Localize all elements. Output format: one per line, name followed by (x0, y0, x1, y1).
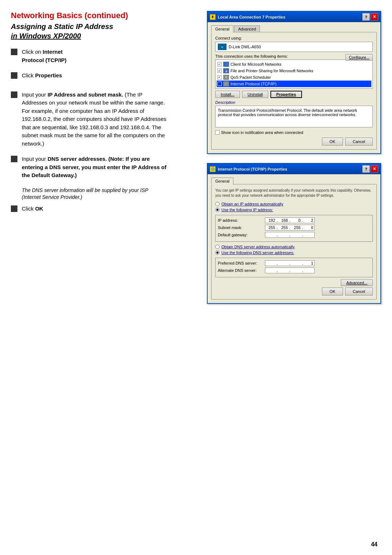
gateway-label: Default gateway: (218, 233, 265, 237)
radio-manual-ip-row: Use the following IP address: (215, 207, 373, 213)
gateway-octet-1[interactable] (265, 232, 276, 237)
description-text: Transmission Control Protocol/Internet P… (218, 108, 357, 117)
dns-fields-section: Preferred DNS server: . . . Alte (215, 258, 373, 277)
notification-text: Show icon in notification area when conn… (221, 130, 303, 135)
gateway-octet-2[interactable] (278, 232, 289, 237)
bullet-item-2: Click Properties (11, 72, 167, 80)
ip-octet-3[interactable] (291, 218, 302, 223)
item-row-3: ⚙ QoS Packet Scheduler (217, 74, 371, 81)
bullet-text-1: Click on InternetProtocol (TCP/IP) (22, 48, 167, 64)
subnet-octet-2[interactable] (278, 225, 289, 230)
radio-manual-ip[interactable] (215, 208, 220, 212)
checkbox-4[interactable] (217, 82, 222, 86)
ip-octet-1[interactable] (265, 218, 276, 223)
tab2-general[interactable]: General (211, 177, 233, 185)
item-icon-3: ⚙ (223, 75, 229, 80)
radio-manual-dns[interactable] (215, 250, 220, 255)
main-title: Networking Basics (continued) (11, 11, 167, 20)
dialog-tcpip-properties: 🌐 Internet Protocol (TCP/IP) Properties … (207, 163, 381, 304)
notification-checkbox[interactable] (215, 130, 220, 135)
advanced-button[interactable]: Advanced... (341, 279, 373, 286)
checkbox-1[interactable] (217, 62, 222, 66)
help-button-2[interactable]: ? (362, 165, 370, 173)
uninstall-button[interactable]: Uninstall (242, 91, 268, 98)
ip-radio-group: Obtain an IP address automatically Use t… (215, 201, 373, 213)
pdns-octet-1[interactable] (265, 261, 276, 266)
alternate-dns-label: Alternate DNS server: (218, 268, 265, 273)
ok-button-dialog2[interactable]: OK (322, 287, 343, 295)
connect-using-row: ▪▪ D-Link DWL-A650 (215, 42, 373, 52)
properties-button[interactable]: Properties (270, 91, 302, 98)
subnet-octet-1[interactable] (265, 225, 276, 230)
pdns-octet-2[interactable] (278, 261, 289, 266)
subnet-octet-3[interactable] (291, 225, 302, 230)
titlebar-left: ⬆ Local Area Connection 7 Properties (210, 14, 285, 20)
pdns-octet-3[interactable] (291, 261, 302, 266)
adns-octet-4[interactable] (303, 268, 314, 273)
radio-auto-dns-row: Obtain DNS server address automatically (215, 244, 373, 250)
gateway-octet-4[interactable] (303, 232, 314, 237)
configure-button[interactable]: Configure... (346, 54, 373, 61)
item-label-2: File and Printer Sharing for Microsoft N… (230, 69, 313, 73)
close-button[interactable]: ✕ (371, 13, 378, 21)
subnet-mask-label: Subnet mask: (218, 225, 265, 230)
description-box: Transmission Control Protocol/Internet P… (215, 106, 373, 127)
dialog1-btn-row: Install... Uninstall Properties (215, 91, 373, 98)
gateway-row: Default gateway: . . . (218, 232, 370, 238)
adns-octet-2[interactable] (278, 268, 289, 273)
checkbox-3[interactable] (217, 75, 222, 79)
device-name: D-Link DWL-A650 (229, 45, 261, 49)
ip-octet-2[interactable] (278, 218, 289, 223)
dialog1-title: Local Area Connection 7 Properties (218, 15, 285, 19)
item-row-1: 👥 Client for Microsoft Networks (217, 61, 371, 68)
radio-auto-ip[interactable] (215, 202, 220, 206)
bullet-icon-3 (11, 91, 17, 98)
checkbox-2[interactable] (217, 69, 222, 73)
left-panel: Networking Basics (continued) Assigning … (11, 11, 167, 220)
bullet-item-4: Input your DNS server addresses. (Note: … (11, 155, 167, 180)
item-label-3: QoS Packet Scheduler (230, 75, 271, 79)
install-button[interactable]: Install... (215, 91, 240, 98)
ip-address-label: IP address: (218, 218, 265, 223)
help-button[interactable]: ? (362, 13, 370, 21)
subnet-octet-4[interactable] (303, 225, 314, 230)
dialog2-body: General You can get IP settings assigned… (208, 174, 380, 303)
radio-auto-ip-row: Obtain an IP address automatically (215, 201, 373, 207)
gateway-octet-3[interactable] (291, 232, 302, 237)
bullet-text-2: Click Properties (22, 72, 167, 80)
dialog2-tabs: General (211, 177, 377, 184)
device-icon: ▪▪ (218, 44, 226, 50)
device-row: ▪▪ D-Link DWL-A650 (215, 42, 373, 52)
radio-manual-ip-label: Use the following IP address: (221, 208, 273, 212)
close-button-2[interactable]: ✕ (371, 165, 378, 173)
dialog1-body: General Advanced Connect using: ▪▪ D-Lin… (208, 22, 380, 153)
dialog2-title: Internet Protocol (TCP/IP) Properties (218, 167, 287, 171)
gateway-input: . . . (265, 232, 315, 238)
adns-octet-1[interactable] (265, 268, 276, 273)
cancel-button-dialog1[interactable]: Cancel (345, 138, 373, 146)
ip-address-input: . . . (265, 217, 315, 223)
sub-title: Assigning a Static IP Address in Windows… (11, 22, 167, 41)
radio-auto-dns[interactable] (215, 245, 220, 249)
radio-auto-dns-label: Obtain DNS server address automatically (221, 245, 295, 249)
dialog2-bottom-btns: OK Cancel (215, 287, 373, 295)
tab-advanced[interactable]: Advanced (234, 25, 260, 33)
alternate-dns-input: . . . (265, 268, 315, 273)
titlebar-buttons[interactable]: ? ✕ (362, 13, 378, 21)
preferred-dns-label: Preferred DNS server: (218, 261, 265, 265)
adns-octet-3[interactable] (291, 268, 302, 273)
preferred-dns-input: . . . (265, 260, 315, 266)
item-label-4: Internet Protocol (TCP/IP) (230, 82, 277, 86)
preferred-dns-row: Preferred DNS server: . . . (218, 260, 370, 266)
ok-button-dialog1[interactable]: OK (322, 138, 343, 146)
titlebar2-buttons[interactable]: ? ✕ (362, 165, 378, 173)
dialog1-icon: ⬆ (210, 14, 216, 20)
bullet-icon-ok (11, 205, 17, 212)
pdns-octet-4[interactable] (303, 261, 314, 266)
sub-title-line2: in Windows XP/2000 (11, 32, 81, 40)
cancel-button-dialog2[interactable]: Cancel (345, 287, 373, 295)
tab-general[interactable]: General (211, 25, 233, 33)
subnet-mask-input: . . . (265, 225, 315, 230)
ip-octet-4[interactable] (303, 218, 314, 223)
dialog1-titlebar: ⬆ Local Area Connection 7 Properties ? ✕ (208, 12, 380, 22)
